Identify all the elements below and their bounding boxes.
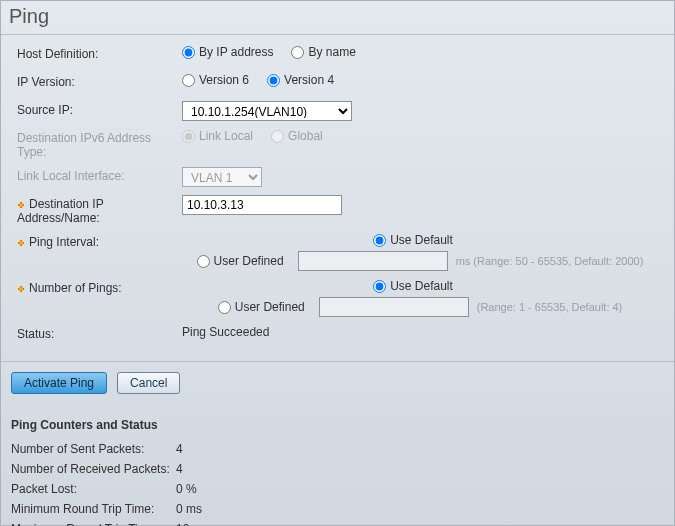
link-local-label: Link Local Interface: bbox=[17, 167, 182, 183]
dest-type-linklocal-radio bbox=[182, 130, 195, 143]
ipver-v6-radio[interactable] bbox=[182, 74, 195, 87]
ping-form: Host Definition: By IP address By name I… bbox=[1, 35, 674, 362]
numpings-user-radio[interactable] bbox=[218, 301, 231, 314]
host-def-byname-text: By name bbox=[308, 45, 355, 59]
dest-type-linklocal: Link Local bbox=[182, 129, 253, 143]
ip-version-label: IP Version: bbox=[17, 73, 182, 89]
numpings-default-text: Use Default bbox=[390, 279, 453, 293]
min-rtt-label: Minimum Round Trip Time: bbox=[11, 502, 176, 516]
min-rtt-value: 0 ms bbox=[176, 502, 202, 516]
ipver-v4-radio[interactable] bbox=[267, 74, 280, 87]
interval-default[interactable]: Use Default bbox=[373, 233, 453, 247]
recv-label: Number of Received Packets: bbox=[11, 462, 176, 476]
host-def-byip-text: By IP address bbox=[199, 45, 273, 59]
source-ip-label: Source IP: bbox=[17, 101, 182, 117]
interval-default-radio[interactable] bbox=[373, 234, 386, 247]
status-label: Status: bbox=[17, 325, 182, 341]
status-value: Ping Succeeded bbox=[182, 325, 658, 339]
interval-default-text: Use Default bbox=[390, 233, 453, 247]
ping-counters: Ping Counters and Status Number of Sent … bbox=[1, 408, 674, 526]
sent-value: 4 bbox=[176, 442, 183, 456]
host-def-byname-radio[interactable] bbox=[291, 46, 304, 59]
numpings-user[interactable]: User Defined bbox=[218, 300, 305, 314]
max-rtt-label: Maximum Round Trip Time: bbox=[11, 522, 176, 526]
interval-user-input bbox=[298, 251, 448, 271]
source-ip-select[interactable]: 10.10.1.254(VLAN10) bbox=[182, 101, 352, 121]
link-local-select: VLAN 1 bbox=[182, 167, 262, 187]
counters-heading: Ping Counters and Status bbox=[11, 418, 664, 432]
host-definition-label: Host Definition: bbox=[17, 45, 182, 61]
interval-user[interactable]: User Defined bbox=[197, 254, 284, 268]
ipver-v4-text: Version 4 bbox=[284, 73, 334, 87]
dest-type-global-text: Global bbox=[288, 129, 323, 143]
dest-ip-label: Destination IP Address/Name: bbox=[17, 195, 182, 225]
ipver-v6-text: Version 6 bbox=[199, 73, 249, 87]
numpings-user-input bbox=[319, 297, 469, 317]
recv-value: 4 bbox=[176, 462, 183, 476]
host-def-byip[interactable]: By IP address bbox=[182, 45, 273, 59]
numpings-user-text: User Defined bbox=[235, 300, 305, 314]
numpings-hint: (Range: 1 - 65535, Default: 4) bbox=[477, 301, 623, 313]
dest-type-global: Global bbox=[271, 129, 323, 143]
numpings-default[interactable]: Use Default bbox=[373, 279, 453, 293]
sent-label: Number of Sent Packets: bbox=[11, 442, 176, 456]
max-rtt-value: 10 ms bbox=[176, 522, 209, 526]
page-title: Ping bbox=[1, 1, 674, 35]
dest-ipv6-type-label: Destination IPv6 Address Type: bbox=[17, 129, 182, 159]
button-bar: Activate Ping Cancel bbox=[1, 362, 674, 408]
numpings-default-radio[interactable] bbox=[373, 280, 386, 293]
dest-type-global-radio bbox=[271, 130, 284, 143]
dest-type-linklocal-text: Link Local bbox=[199, 129, 253, 143]
host-def-byname[interactable]: By name bbox=[291, 45, 355, 59]
activate-ping-button[interactable]: Activate Ping bbox=[11, 372, 107, 394]
interval-hint: ms (Range: 50 - 65535, Default: 2000) bbox=[456, 255, 644, 267]
num-pings-label: Number of Pings: bbox=[17, 279, 182, 295]
interval-user-radio[interactable] bbox=[197, 255, 210, 268]
cancel-button[interactable]: Cancel bbox=[117, 372, 180, 394]
ping-interval-label: Ping Interval: bbox=[17, 233, 182, 249]
lost-value: 0 % bbox=[176, 482, 197, 496]
dest-ip-input[interactable] bbox=[182, 195, 342, 215]
ipver-v6[interactable]: Version 6 bbox=[182, 73, 249, 87]
interval-user-text: User Defined bbox=[214, 254, 284, 268]
host-def-byip-radio[interactable] bbox=[182, 46, 195, 59]
ipver-v4[interactable]: Version 4 bbox=[267, 73, 334, 87]
lost-label: Packet Lost: bbox=[11, 482, 176, 496]
